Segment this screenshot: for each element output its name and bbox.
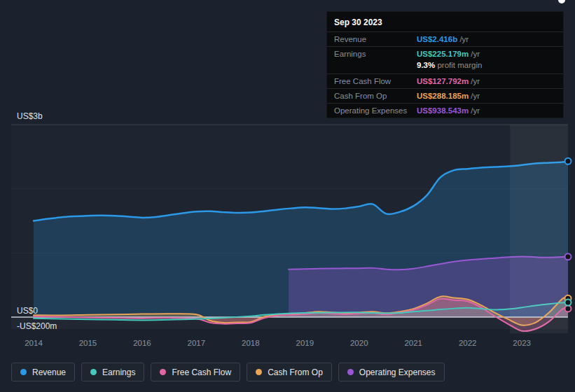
tooltip-row-value: US$127.792m /yr bbox=[417, 77, 556, 85]
tooltip-row-revenue: RevenueUS$2.416b /yr bbox=[327, 31, 563, 46]
earnings-revenue-history-chart: US$3bUS$0-US$200m 2014201520162017201820… bbox=[0, 0, 575, 392]
legend-item-cash-from-op[interactable]: Cash From Op bbox=[247, 363, 332, 382]
tooltip-row-label: Revenue bbox=[334, 35, 417, 43]
legend-item-earnings[interactable]: Earnings bbox=[81, 363, 144, 382]
legend-label: Operating Expenses bbox=[359, 368, 436, 377]
legend-item-operating-expenses[interactable]: Operating Expenses bbox=[338, 363, 445, 382]
tooltip-row-profit-margin: 9.3% profit margin bbox=[327, 61, 563, 74]
tooltip-row-earnings: EarningsUS$225.179m /yr bbox=[327, 46, 563, 61]
tooltip-row-value: 9.3% profit margin bbox=[417, 61, 556, 69]
x-axis-label: 2022 bbox=[459, 339, 477, 347]
y-axis-label: US$0 bbox=[17, 306, 38, 316]
tooltip-row-value: US$288.185m /yr bbox=[417, 92, 556, 100]
tooltip-row-free-cash-flow: Free Cash FlowUS$127.792m /yr bbox=[327, 74, 563, 88]
tooltip-row-label: Cash From Op bbox=[334, 92, 417, 100]
series-earnings-endpoint-marker bbox=[565, 300, 571, 306]
x-axis-label: 2019 bbox=[296, 339, 314, 347]
tooltip-row-value: US$938.543m /yr bbox=[417, 106, 556, 115]
series-operating-expenses-endpoint-marker bbox=[565, 253, 571, 260]
revenue-dot-icon bbox=[20, 369, 27, 375]
tooltip-row-value: US$2.416b /yr bbox=[417, 35, 556, 43]
tooltip-row-label: Earnings bbox=[334, 50, 417, 58]
series-free-cash-flow-endpoint-marker bbox=[565, 305, 571, 312]
series-revenue-endpoint-marker bbox=[565, 158, 571, 164]
cash-from-op-dot-icon bbox=[256, 369, 262, 375]
chart-legend: RevenueEarningsFree Cash FlowCash From O… bbox=[11, 363, 445, 382]
tooltip-row-label: Operating Expenses bbox=[334, 106, 417, 115]
x-axis-label: 2018 bbox=[242, 339, 260, 347]
legend-label: Cash From Op bbox=[268, 368, 323, 377]
free-cash-flow-dot-icon bbox=[160, 369, 166, 375]
legend-label: Earnings bbox=[102, 368, 135, 377]
y-axis-label: -US$200m bbox=[17, 321, 57, 331]
tooltip-date: Sep 30 2023 bbox=[327, 12, 563, 31]
tooltip-row-value: US$225.179m /yr bbox=[417, 50, 556, 58]
x-axis-label: 2020 bbox=[350, 339, 368, 347]
tooltip-row-operating-expenses: Operating ExpensesUS$938.543m /yr bbox=[327, 103, 563, 118]
x-axis-label: 2014 bbox=[25, 339, 43, 347]
x-axis-label: 2023 bbox=[513, 339, 531, 347]
x-axis-label: 2015 bbox=[79, 339, 97, 347]
tooltip-rows: RevenueUS$2.416b /yrEarningsUS$225.179m … bbox=[327, 31, 563, 118]
tooltip-row-cash-from-op: Cash From OpUS$288.185m /yr bbox=[327, 88, 563, 103]
legend-label: Revenue bbox=[32, 368, 66, 377]
tooltip-row-label: Free Cash Flow bbox=[334, 77, 417, 85]
x-axis-label: 2021 bbox=[404, 339, 422, 347]
hover-highlight-band bbox=[510, 125, 568, 333]
x-axis-label: 2016 bbox=[133, 339, 151, 347]
legend-item-free-cash-flow[interactable]: Free Cash Flow bbox=[151, 363, 240, 382]
x-axis-label: 2017 bbox=[188, 339, 206, 347]
operating-expenses-dot-icon bbox=[347, 369, 354, 375]
legend-label: Free Cash Flow bbox=[172, 368, 231, 377]
y-axis-label: US$3b bbox=[17, 111, 43, 121]
earnings-dot-icon bbox=[90, 369, 97, 375]
legend-item-revenue[interactable]: Revenue bbox=[11, 363, 75, 382]
date-tooltip: Sep 30 2023 RevenueUS$2.416b /yrEarnings… bbox=[326, 11, 564, 118]
